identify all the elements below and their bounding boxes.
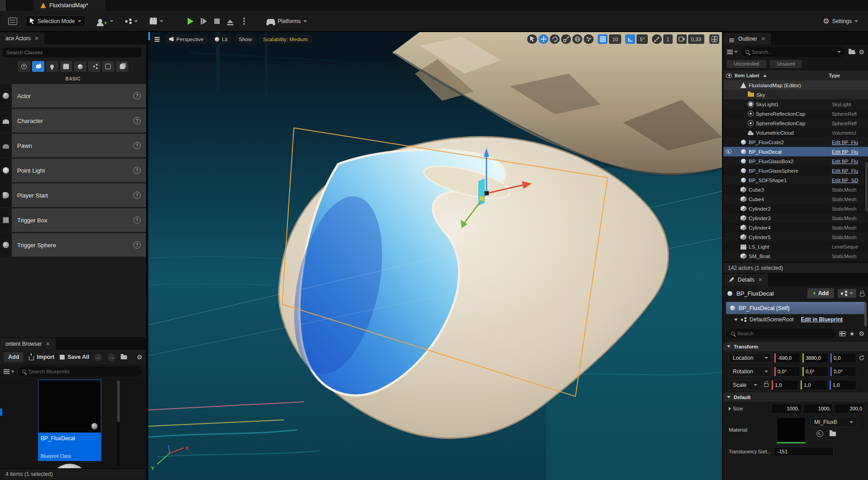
grid-snap-value[interactable]: 10 [609, 34, 621, 44]
asset-grid-scrollbar[interactable] [117, 381, 120, 466]
reset-to-default-icon[interactable] [859, 355, 864, 361]
category-cinematic-button[interactable] [60, 61, 72, 72]
help-icon[interactable]: ? [133, 167, 141, 174]
content-browser-settings-icon[interactable]: ⚙ [137, 354, 142, 360]
expand-arrow-icon[interactable] [734, 319, 738, 321]
world-row[interactable]: FluxIslandMap (Editor) [723, 80, 868, 90]
scale-dropdown[interactable]: Scale [729, 380, 761, 390]
default-section-header[interactable]: Default [723, 392, 868, 402]
place-actor-item-point-light[interactable]: Point Light? [0, 159, 146, 182]
category-volumes-button[interactable] [102, 61, 114, 72]
location-dropdown[interactable]: Location [729, 353, 772, 363]
lock-icon[interactable] [860, 293, 864, 296]
content-drawer-button[interactable] [5, 15, 21, 27]
component-row-self[interactable]: BP_FluxDecal (Self) [726, 302, 865, 314]
place-actor-item-pawn[interactable]: Pawn? [0, 134, 146, 157]
browse-to-asset-icon[interactable] [830, 432, 836, 436]
filter-chip-uncontrolled[interactable]: Uncontrolled [727, 60, 766, 68]
select-tool-button[interactable] [527, 34, 537, 44]
rotation-z-field[interactable]: 0,0° [830, 367, 856, 376]
rotation-snap-toggle[interactable] [625, 34, 635, 44]
use-selected-asset-icon[interactable] [816, 430, 823, 437]
viewport-menu-button[interactable] [152, 34, 162, 44]
scale-z-field[interactable]: 1,0 [829, 380, 856, 390]
maximize-viewport-button[interactable] [709, 34, 719, 44]
category-basic-button[interactable] [32, 61, 44, 72]
place-actor-item-actor[interactable]: Actor? [0, 84, 146, 108]
outliner-scrollbar[interactable] [865, 162, 868, 212]
rotation-snap-value[interactable]: 5° [637, 34, 648, 44]
outliner-settings-icon[interactable]: ⚙ [859, 49, 864, 55]
surface-snapping-button[interactable] [584, 34, 594, 44]
outliner-row[interactable]: Cylinder3StaticMesh [723, 213, 868, 223]
outliner-search-input[interactable] [752, 49, 835, 55]
asset-bp-fluxdecal[interactable]: BP_FluxDecal Blueprint Class [38, 380, 101, 461]
search-blueprints-input[interactable] [28, 369, 137, 374]
scalability-warning[interactable]: Scalability: Medium [259, 34, 312, 44]
rotation-x-field[interactable]: 0,0° [774, 367, 800, 376]
close-icon[interactable]: ✕ [34, 35, 39, 42]
add-button[interactable]: Add [4, 352, 24, 362]
outliner-row-selected[interactable]: BP_FluxDecalEdit BP_Flu [723, 147, 868, 156]
details-settings-icon[interactable]: ⚙ [859, 330, 864, 337]
camera-speed-value[interactable]: 0,33 [688, 34, 704, 44]
tab-details[interactable]: Details ✕ [723, 274, 768, 286]
new-folder-icon[interactable] [849, 50, 855, 54]
place-actor-item-character[interactable]: Character? [0, 109, 146, 132]
material-asset-dropdown[interactable]: MI_FluxB [810, 417, 857, 427]
outliner-row[interactable]: Cube4StaticMesh [723, 194, 868, 204]
play-options-kebab[interactable] [243, 20, 245, 22]
add-actor-button[interactable]: + [94, 14, 118, 28]
cinematics-button[interactable] [146, 16, 167, 27]
component-row-root[interactable]: DefaultSceneRoot Edit in Blueprint [726, 314, 865, 325]
folder-row-sky[interactable]: Sky [723, 90, 868, 99]
edit-blueprint-link[interactable]: Edit BP_Flu [832, 140, 866, 145]
type-column[interactable]: Type [829, 73, 840, 78]
level-viewport[interactable]: X Y Perspective Lit Show Scalability: Me… [148, 32, 722, 480]
tab-content-browser[interactable]: ontent Browser ✕ [0, 338, 56, 350]
location-x-field[interactable]: -690,0 [774, 353, 800, 363]
category-vfx-button[interactable] [74, 61, 86, 72]
outliner-row[interactable]: SphereReflectionCapSphereRefl [723, 118, 868, 128]
rotate-tool-button[interactable] [550, 34, 560, 44]
outliner-filter-button[interactable] [727, 50, 738, 54]
category-lights-button[interactable] [46, 61, 58, 72]
edit-blueprint-link[interactable]: Edit BP_Flu [832, 168, 866, 174]
lit-dropdown[interactable]: Lit [211, 34, 231, 44]
scale-tool-button[interactable] [561, 34, 571, 44]
gizmo-center[interactable] [485, 191, 489, 195]
category-geometry-button[interactable] [88, 61, 100, 72]
size-y-field[interactable]: 1000, [803, 404, 833, 414]
level-tab[interactable]: FluxIslandMap* [34, 0, 105, 11]
play-button[interactable] [188, 18, 193, 25]
eject-button[interactable] [227, 19, 233, 23]
add-component-button[interactable]: +Add [807, 288, 834, 298]
save-all-button[interactable]: Save All [60, 354, 89, 360]
filter-button[interactable] [4, 369, 14, 374]
outliner-row[interactable]: Cube3StaticMesh [723, 185, 868, 194]
scale-snap-toggle[interactable] [652, 34, 662, 44]
help-icon[interactable]: ? [133, 241, 141, 249]
blueprints-button[interactable] [122, 16, 142, 26]
size-x-field[interactable]: 1000, [772, 404, 802, 414]
location-y-field[interactable]: 3880,0 [802, 353, 828, 363]
edit-blueprint-link[interactable]: Edit BP_SD [832, 178, 866, 183]
asset-next-partial[interactable] [43, 464, 96, 468]
adjacent-tab-sliver[interactable] [0, 0, 6, 11]
item-label-column[interactable]: Item Label [735, 73, 759, 78]
scale-snap-value[interactable]: 1 [663, 34, 672, 44]
import-button[interactable]: Import [29, 354, 54, 360]
help-icon[interactable]: ? [133, 216, 141, 224]
search-classes-input[interactable] [6, 50, 138, 55]
outliner-row[interactable]: BP_FluxGlassSphereEdit BP_Flu [723, 166, 868, 175]
scale-lock-icon[interactable] [764, 383, 769, 387]
component-tree-scrollbar[interactable] [864, 303, 867, 326]
move-tool-button[interactable] [538, 34, 548, 44]
details-search-input[interactable] [737, 331, 831, 336]
folder-icon[interactable] [121, 355, 127, 359]
frame-skip-button[interactable] [201, 18, 207, 24]
outliner-row[interactable]: LS_LightLevelSeque [723, 242, 868, 251]
eye-icon[interactable] [726, 149, 731, 155]
place-actor-item-player-start[interactable]: Player Start? [0, 184, 146, 207]
outliner-row[interactable]: BP_SDFShape1Edit BP_SD [723, 175, 868, 185]
